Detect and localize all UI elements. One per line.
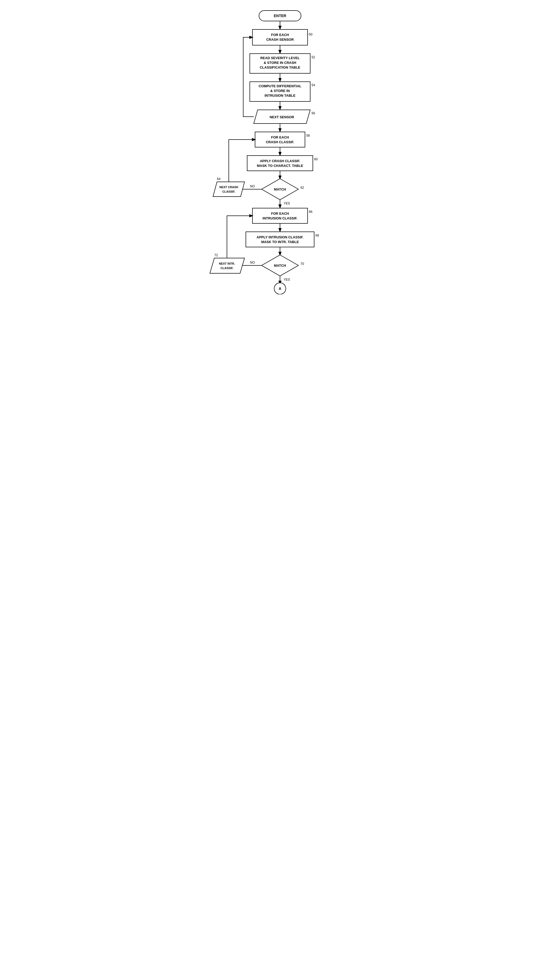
ref-70: 70 bbox=[300, 262, 304, 266]
ref-66: 66 bbox=[309, 210, 313, 214]
ref-68: 68 bbox=[315, 234, 319, 237]
svg-rect-2 bbox=[252, 29, 308, 45]
read-severity-label3: CLASSIFICATION TABLE bbox=[260, 65, 300, 69]
ref-50: 50 bbox=[309, 33, 313, 36]
match1-label: MATCH bbox=[274, 187, 286, 191]
yes-label-2: YES bbox=[284, 278, 290, 281]
ref-58: 58 bbox=[306, 134, 310, 137]
next-sensor-label: NEXT SENSOR bbox=[269, 115, 294, 119]
enter-label: ENTER bbox=[274, 14, 286, 18]
apply-crash-classif-label2: MASK TO CHARACT. TABLE bbox=[257, 164, 303, 168]
ref-60: 60 bbox=[314, 157, 318, 161]
next-crash-classif-label2: CLASSIF. bbox=[222, 190, 235, 193]
for-each-intrusion-label2: INTRUSION CLASSIF. bbox=[263, 216, 297, 220]
ref-64: 64 bbox=[217, 177, 220, 181]
read-severity-label2: & STORE IN CRASH bbox=[264, 61, 296, 65]
svg-rect-13 bbox=[247, 155, 313, 171]
for-each-crash-sensor-label2: CRASH SENSOR bbox=[266, 38, 294, 41]
no-label-2: NO bbox=[250, 261, 255, 264]
compute-diff-label3: INTRUSION TABLE bbox=[264, 93, 296, 98]
ref-56: 56 bbox=[312, 111, 315, 115]
svg-marker-17 bbox=[213, 182, 245, 196]
next-crash-classif-label1: NEXT CRASH bbox=[219, 186, 238, 189]
compute-diff-label2: & STORE IN bbox=[270, 89, 290, 93]
next-intr-classif-label1: NEXT INTR. bbox=[219, 262, 235, 265]
terminus-label: A bbox=[279, 286, 281, 291]
for-each-intrusion-label1: FOR EACH bbox=[271, 211, 289, 216]
svg-rect-21 bbox=[246, 232, 314, 247]
match2-label: MATCH bbox=[274, 263, 286, 268]
read-severity-label1: READ SEVERITY LEVEL bbox=[260, 56, 300, 60]
no-label-1: NO bbox=[250, 185, 255, 188]
svg-rect-11 bbox=[255, 132, 305, 147]
ref-52: 52 bbox=[312, 56, 315, 59]
diagram-container: ENTER FOR EACH CRASH SENSOR 50 READ SEVE… bbox=[201, 5, 359, 295]
yes-label-1: YES bbox=[284, 201, 290, 205]
ref-72: 72 bbox=[214, 254, 218, 257]
ref-62: 62 bbox=[300, 186, 304, 190]
ref-54: 54 bbox=[312, 83, 315, 87]
apply-intrusion-label1: APPLY INTRUSION CLASSIF. bbox=[256, 235, 304, 239]
compute-diff-label1: COMPUTE DIFFERENTIAL bbox=[259, 84, 302, 88]
apply-intrusion-label2: MASK TO INTR. TABLE bbox=[261, 240, 299, 244]
flowchart-svg: ENTER FOR EACH CRASH SENSOR 50 READ SEVE… bbox=[201, 5, 359, 294]
for-each-crash-sensor-label: FOR EACH bbox=[271, 33, 289, 37]
next-intr-classif-label2: CLASSIF. bbox=[220, 267, 233, 270]
for-each-crash-classif-label2: CRASH CLASSIF. bbox=[266, 140, 294, 144]
svg-marker-25 bbox=[210, 258, 245, 273]
apply-crash-classif-label1: APPLY CRASH CLASSIF. bbox=[260, 159, 300, 163]
for-each-crash-classif-label1: FOR EACH bbox=[271, 135, 289, 139]
svg-rect-19 bbox=[252, 208, 308, 223]
